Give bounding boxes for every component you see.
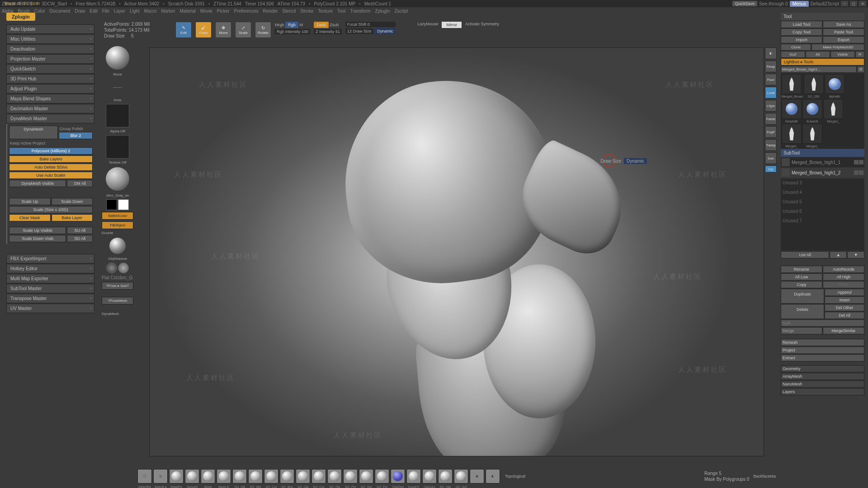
all-low-button[interactable]: All Low	[781, 273, 822, 281]
rotate-mode-button[interactable]: ↻Rotate	[255, 22, 271, 38]
brush-so-infl[interactable]	[232, 469, 247, 483]
move-mode-button[interactable]: ✥Move	[215, 22, 231, 38]
transp-toggle[interactable]: Transp	[765, 139, 777, 151]
brush-maskpe[interactable]	[169, 469, 184, 483]
plugin-dynamesh-master[interactable]: DynaMesh Master	[6, 114, 94, 123]
menu-render[interactable]: Render	[263, 9, 278, 14]
nav-sphere-icon[interactable]: ◐	[765, 47, 777, 59]
duplicate-button[interactable]: Duplicate	[781, 289, 824, 304]
tool-thumb[interactable]	[802, 124, 822, 144]
plugin-subtool-master[interactable]: SubTool Master	[6, 284, 94, 293]
copy-subtool-button[interactable]: Copy	[781, 281, 822, 288]
eye-icon[interactable]	[854, 170, 859, 175]
plugin-maya-blend-shapes[interactable]: Maya Blend Shapes	[6, 94, 94, 103]
zbro-icon[interactable]	[118, 263, 129, 273]
mirror-toggle[interactable]: Mirror	[442, 22, 462, 28]
su-all-button[interactable]: SU All	[67, 227, 93, 234]
tool-thumb[interactable]	[782, 124, 802, 144]
brush-so-sof[interactable]	[359, 469, 373, 483]
brush-so-cla[interactable]	[296, 469, 310, 483]
list-all-button[interactable]: List All	[781, 251, 829, 258]
menu-draw[interactable]: Draw	[75, 9, 85, 14]
grp-toggle[interactable]: Grp	[765, 165, 777, 173]
tool-thumb[interactable]	[825, 74, 844, 94]
import-button[interactable]: Import	[781, 36, 822, 43]
see-through[interactable]: See-through 0	[759, 1, 788, 6]
edit-mode-button[interactable]: ✎Edit	[175, 22, 192, 38]
autoreorder-button[interactable]: AutoReorde	[823, 266, 864, 273]
make-polymesh3d-button[interactable]: Make PolyMesh3D	[811, 44, 864, 51]
menu-stroke[interactable]: Stroke	[300, 9, 313, 14]
menu-edit[interactable]: Edit	[90, 9, 98, 14]
brush-so-pol[interactable]	[375, 469, 389, 483]
dynamesh-button[interactable]: DynaMesh	[9, 126, 58, 139]
rgb-intensity-slider[interactable]: Rgb Intensity 100	[275, 29, 310, 34]
polycount-slider[interactable]: Polycount (Millions) 2	[9, 147, 93, 155]
solo-toggle[interactable]: Solo	[765, 152, 777, 164]
scale-down-visible-button[interactable]: Scale Down Visib	[9, 235, 66, 242]
brush-selectre[interactable]: ▢	[137, 469, 152, 483]
frame-button[interactable]: Frame	[765, 113, 777, 125]
tpose-subt-button[interactable]: TPose ▸ SubT	[102, 282, 133, 290]
draw-mode-button[interactable]: 🖌Draw	[195, 22, 212, 38]
lightbox-tools-button[interactable]: Lightbox ▸ Tools	[781, 58, 864, 66]
focal-shift-slider[interactable]: Focal Shift 0	[345, 22, 396, 27]
export-button[interactable]: Export	[823, 36, 864, 43]
scale-up-visible-button[interactable]: Scale Up Visible	[9, 227, 66, 234]
tool-thumb[interactable]	[782, 99, 802, 119]
fillobject-button[interactable]: FillObject	[102, 221, 133, 229]
tool-panel-title[interactable]: Tool	[781, 13, 864, 20]
menu-preferences[interactable]: Preferences	[234, 9, 259, 14]
plugin-decimation-master[interactable]: Decimation Master	[6, 104, 94, 113]
all-high-button[interactable]: All High	[823, 273, 864, 281]
brush-mod1[interactable]: ◉	[470, 469, 484, 483]
secondary-color-swatch[interactable]	[106, 199, 117, 210]
menu-document[interactable]: Document	[50, 9, 71, 14]
stroke-dots-icon[interactable]: ⋯⋯	[106, 78, 129, 96]
plugin-uv-master[interactable]: UV Master	[6, 304, 94, 313]
delete-button[interactable]: Delete	[781, 304, 824, 319]
remesh-section[interactable]: Remesh	[781, 339, 864, 346]
menu-picker[interactable]: Picker	[217, 9, 230, 14]
goz-r-button[interactable]: R	[855, 51, 864, 58]
insert-button[interactable]: Insert	[825, 296, 864, 304]
geometry-section[interactable]: Geometry	[781, 365, 864, 372]
plugin-misc-utilities[interactable]: Misc Utilities	[6, 34, 94, 44]
plugin-deactivation[interactable]: Deactivation	[6, 44, 94, 54]
close-icon[interactable]: ✕	[859, 1, 866, 6]
z-intensity-slider[interactable]: Z Intensity 51	[314, 29, 342, 34]
menu-transform[interactable]: Transform	[350, 9, 370, 14]
dynamesh-visible-button[interactable]: DynaMesh Visible	[9, 180, 66, 187]
clear-mask-button[interactable]: Clear Mask	[9, 214, 51, 221]
subtool-scroll-area[interactable]: Unused 3 Unused 4 Unused 5 Unused 6 Unus…	[781, 178, 864, 251]
brush-smooth[interactable]	[185, 469, 199, 483]
menu-tool[interactable]: Tool	[337, 9, 345, 14]
menu-file[interactable]: File	[102, 9, 109, 14]
menu-light[interactable]: Light	[130, 9, 140, 14]
menu-texture[interactable]: Texture	[318, 9, 333, 14]
zplugin-dropdown[interactable]: Zplugin	[6, 13, 35, 21]
brush-trimdyn[interactable]	[391, 469, 405, 483]
load-tool-button[interactable]: Load Tool	[781, 21, 822, 28]
paste-subtool-button[interactable]: Paste	[823, 281, 864, 288]
menu-macro[interactable]: Macro	[144, 9, 157, 14]
zadd-toggle[interactable]: Zadd	[314, 22, 329, 28]
local-toggle[interactable]: Local	[765, 87, 777, 99]
rename-button[interactable]: Rename	[781, 266, 822, 273]
plugin-3d-print-hub[interactable]: 3D Print Hub	[6, 74, 94, 84]
current-tool-name[interactable]: Merged_Brows_high1…	[781, 66, 857, 73]
plugin-fbx-exportimport[interactable]: FBX ExportImport	[6, 254, 94, 263]
alpha-slot[interactable]	[106, 104, 129, 127]
subtool-item-selected[interactable]: Merged_Brows_high1_2	[781, 168, 864, 178]
lsym-toggle[interactable]: LSym	[765, 100, 777, 112]
viewport[interactable]: 人人素材社区 人人素材社区 人人素材社区 人人素材社区 人人素材社区 人人素材社…	[149, 47, 764, 456]
merge-section[interactable]: Merge	[781, 327, 822, 334]
save-as-button[interactable]: Save As	[823, 21, 864, 28]
plugin-transpose-master[interactable]: Transpose Master	[6, 294, 94, 303]
menu-marker[interactable]: Marker	[161, 9, 175, 14]
blur-slider[interactable]: Blur 2	[59, 132, 93, 139]
brush-so-cre[interactable]	[311, 469, 326, 483]
scale-up-button[interactable]: Scale Up	[9, 198, 51, 205]
menu-color[interactable]: Color	[34, 9, 45, 14]
arraymesh-section[interactable]: ArrayMesh	[781, 373, 864, 380]
